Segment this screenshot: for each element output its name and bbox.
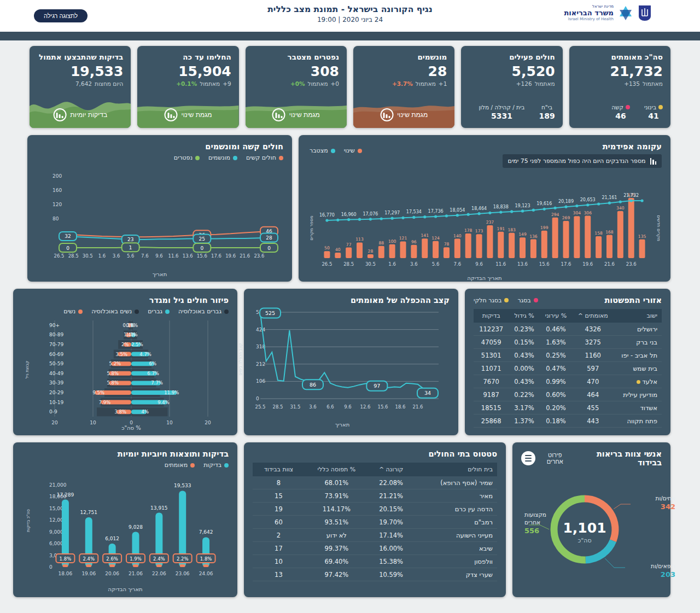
column-header[interactable]: בדיקות — [474, 309, 509, 323]
panel-title: בדיקות ותוצאות חיוביות יומיות — [22, 449, 229, 458]
svg-text:1.1%: 1.1% — [126, 332, 138, 337]
trend-change-button[interactable]: מגמת שינוי — [165, 108, 212, 121]
logo-line1: מדינת ישראל — [564, 4, 614, 9]
svg-text:28: 28 — [368, 249, 374, 254]
svg-text:11.9%: 11.9% — [164, 390, 179, 395]
others-detail-button[interactable]: פירוט אחרים — [521, 451, 571, 465]
svg-text:15.6: 15.6 — [539, 261, 550, 267]
svg-text:424: 424 — [256, 327, 265, 332]
table-cell: פתח תקווה — [614, 414, 662, 428]
svg-text:1.8%: 1.8% — [200, 556, 212, 562]
svg-text:97: 97 — [374, 383, 380, 389]
svg-text:135: 135 — [638, 234, 646, 239]
table-cell: 0.20% — [540, 401, 572, 414]
svg-text:17.6: 17.6 — [211, 253, 221, 259]
svg-text:2.5%: 2.5% — [131, 342, 143, 347]
legend-dot-icon — [233, 156, 237, 160]
svg-text:9.6: 9.6 — [155, 253, 163, 259]
legend-dot-icon — [78, 310, 83, 314]
legend-item: בדיקות — [203, 462, 229, 469]
trend-change-button[interactable]: מגמת שינוי — [272, 108, 320, 121]
svg-text:6.6: 6.6 — [326, 404, 334, 410]
table-cell: 9187 — [474, 388, 509, 401]
svg-text:תאריך הבדיקה: תאריך הבדיקה — [467, 275, 501, 281]
svg-text:28.5: 28.5 — [273, 404, 283, 410]
donut-label-doctors: רופאים/ות203 — [643, 562, 675, 580]
table-row: שמיר (אסף הרופא)22.08%68.01%8 — [253, 476, 497, 489]
tests-chart-svg: 03,0006,0009,00012,00015,00018,00021,000… — [22, 469, 229, 593]
svg-text:מספר מקרים: מספר מקרים — [309, 215, 314, 240]
column-header[interactable]: צוות בבידוד — [253, 463, 305, 476]
svg-text:1,101: 1,101 — [563, 520, 606, 536]
svg-text:30.5: 30.5 — [83, 253, 93, 259]
table-row: הדסה עין כרם20.15%114.17%19 — [253, 503, 497, 516]
table-cell: בית שמש — [614, 362, 662, 375]
bar-chart-icon — [165, 108, 178, 121]
svg-text:4.7%: 4.7% — [139, 352, 151, 357]
svg-text:3.6: 3.6 — [309, 404, 317, 410]
table-cell: 0.25% — [540, 349, 572, 362]
tests-legend: בדיקות מאומתים — [22, 462, 229, 469]
table-cell: 112237 — [474, 323, 509, 336]
svg-text:6%: 6% — [149, 361, 157, 366]
svg-text:21,161: 21,161 — [602, 195, 617, 200]
svg-text:237: 237 — [486, 220, 494, 225]
star-icon — [617, 5, 634, 21]
table-cell: 25868 — [474, 414, 509, 428]
doubling-chart: 010621231842453052586973425.528.531.53.6… — [253, 305, 450, 430]
kpi-value: 19,533 — [37, 63, 123, 79]
svg-text:158: 158 — [594, 231, 603, 236]
column-header[interactable]: מאומתים ^ — [572, 309, 614, 323]
kpi-delta: מאתמול +126 — [469, 80, 555, 87]
ministry-logo: מדינת ישראל משרד הבריאות Israel Ministry… — [564, 4, 652, 21]
column-header[interactable]: בית חולים — [413, 463, 497, 476]
svg-text:32: 32 — [65, 233, 71, 239]
panel-title: חולים קשה ומונשמים — [36, 142, 283, 151]
legend-item: מונשמים — [208, 154, 237, 161]
legend-dot-icon — [331, 149, 335, 153]
column-header[interactable]: % גידול — [509, 309, 539, 323]
column-header[interactable]: % עירוני — [540, 309, 572, 323]
table-cell: 0.99% — [540, 375, 572, 388]
table-cell: 1.37% — [509, 414, 539, 428]
svg-text:173: 173 — [475, 229, 483, 233]
svg-text:168: 168 — [605, 230, 614, 235]
svg-text:17,076: 17,076 — [363, 212, 378, 217]
svg-text:294: 294 — [551, 212, 559, 217]
table-cell: 16.00% — [369, 542, 413, 555]
legend-item: מאומתים — [165, 462, 195, 469]
svg-text:525: 525 — [265, 310, 275, 316]
bar-chart-icon — [53, 108, 66, 121]
epidemic-curve-panel: עקומה אפידמית שינוי מצטבר מספר הנדבקים ה… — [299, 135, 670, 282]
svg-text:10: 10 — [166, 420, 173, 425]
table-cell: 0.18% — [540, 414, 572, 428]
svg-text:0: 0 — [200, 246, 203, 251]
svg-text:18,838: 18,838 — [493, 205, 509, 209]
column-header[interactable]: קורונה ^ — [369, 463, 413, 476]
trend-change-button[interactable]: מגמת שינוי — [380, 108, 428, 121]
daily-tests-button[interactable]: בדיקות יומיות — [53, 108, 107, 121]
svg-text:26.5: 26.5 — [54, 253, 65, 259]
legend-item: נפטרים — [174, 154, 200, 161]
table-cell: 0.46% — [540, 323, 572, 336]
svg-text:28.5: 28.5 — [343, 261, 354, 267]
moderate-dot-icon — [658, 105, 663, 109]
kpi-delta-value: +135 — [624, 80, 640, 87]
svg-text:22.06: 22.06 — [152, 571, 166, 576]
hamburger-icon — [521, 451, 535, 465]
legend-dot-icon — [165, 310, 170, 314]
legend-item: בסגר חלקי — [474, 297, 509, 304]
svg-text:7,642: 7,642 — [199, 529, 213, 535]
svg-text:מקרים חדשים: מקרים חדשים — [656, 215, 661, 241]
table-cell: תל אביב - יפו — [614, 349, 662, 362]
table-cell: 73.91% — [305, 489, 369, 503]
table-cell: 21.21% — [369, 489, 413, 503]
legend-item: גברים באוכלוסיה — [178, 308, 229, 315]
dashboard: סה"כ מאומתים 21,732 מאתמול +135 בינוני 4… — [0, 40, 700, 597]
table-row: שיבא16.00%99.37%17 — [253, 542, 497, 555]
donut-label-nurses: אחים/ות342 — [644, 494, 675, 512]
column-header[interactable]: ישוב — [614, 309, 662, 323]
column-header[interactable]: % תפוסה כללי — [305, 463, 369, 476]
svg-text:21,000: 21,000 — [49, 482, 67, 488]
svg-text:17,534: 17,534 — [406, 209, 422, 214]
